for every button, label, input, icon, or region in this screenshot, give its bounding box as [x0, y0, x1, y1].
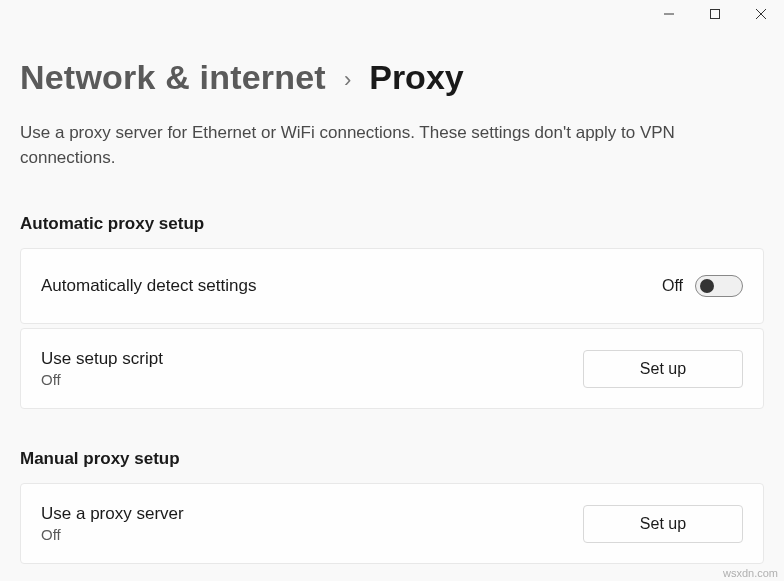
- auto-detect-state: Off: [662, 277, 683, 295]
- window-titlebar: [0, 0, 784, 32]
- toggle-knob: [700, 279, 714, 293]
- auto-detect-label: Automatically detect settings: [41, 276, 256, 296]
- breadcrumb-parent[interactable]: Network & internet: [20, 58, 326, 97]
- auto-detect-toggle[interactable]: [695, 275, 743, 297]
- card-setup-script: Use setup script Off Set up: [20, 328, 764, 409]
- page-description: Use a proxy server for Ethernet or WiFi …: [20, 121, 740, 170]
- close-icon: [756, 9, 766, 19]
- manual-proxy-label: Use a proxy server: [41, 504, 184, 524]
- breadcrumb: Network & internet › Proxy: [20, 58, 764, 97]
- setup-script-state: Off: [41, 371, 163, 388]
- svg-rect-1: [711, 10, 720, 19]
- card-manual-proxy: Use a proxy server Off Set up: [20, 483, 764, 564]
- maximize-icon: [710, 9, 720, 19]
- close-button[interactable]: [738, 0, 784, 28]
- minimize-icon: [664, 9, 674, 19]
- maximize-button[interactable]: [692, 0, 738, 28]
- minimize-button[interactable]: [646, 0, 692, 28]
- manual-proxy-state: Off: [41, 526, 184, 543]
- section-header-automatic: Automatic proxy setup: [20, 214, 764, 234]
- setup-script-label: Use setup script: [41, 349, 163, 369]
- chevron-right-icon: ›: [344, 67, 351, 93]
- page-title: Proxy: [369, 58, 464, 97]
- card-auto-detect: Automatically detect settings Off: [20, 248, 764, 324]
- section-header-manual: Manual proxy setup: [20, 449, 764, 469]
- manual-proxy-button[interactable]: Set up: [583, 505, 743, 543]
- setup-script-button[interactable]: Set up: [583, 350, 743, 388]
- watermark: wsxdn.com: [723, 567, 778, 579]
